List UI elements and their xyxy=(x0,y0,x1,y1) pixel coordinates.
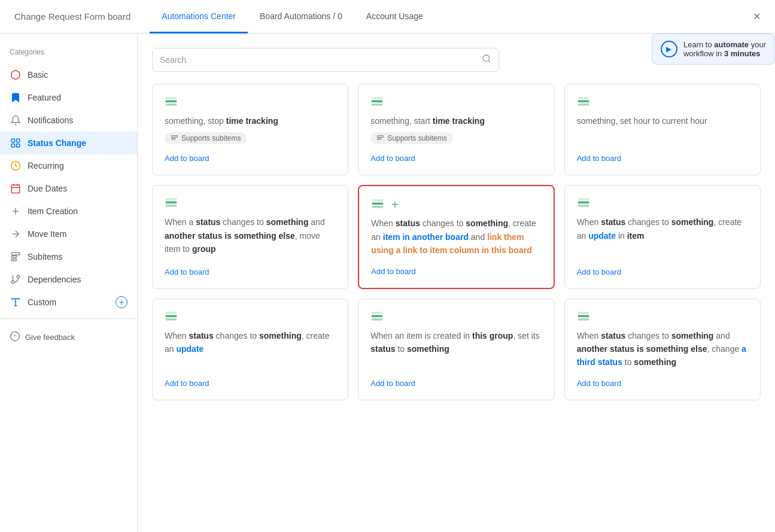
give-feedback[interactable]: Give feedback xyxy=(0,324,137,351)
svg-rect-42 xyxy=(372,206,383,208)
svg-rect-40 xyxy=(166,198,177,200)
sidebar-item-recurring[interactable]: Recurring xyxy=(0,154,137,177)
give-feedback-label: Give feedback xyxy=(25,333,75,342)
add-to-board-card-1[interactable]: Add to board xyxy=(165,149,336,163)
card-6-text: When status changes to something, create… xyxy=(577,215,748,242)
svg-rect-29 xyxy=(172,138,175,139)
card-icon-row-6 xyxy=(577,197,748,211)
banner-text: Learn to automate yourworkflow in 3 minu… xyxy=(683,40,766,58)
green-status-icon-8 xyxy=(370,311,384,324)
sidebar-item-featured[interactable]: Featured xyxy=(0,86,137,109)
add-to-board-card-8[interactable]: Add to board xyxy=(370,374,542,388)
tab-automations-center[interactable]: Automations Center xyxy=(150,0,248,34)
svg-rect-3 xyxy=(17,144,20,147)
sidebar-item-label-status-change: Status Change xyxy=(28,138,86,148)
card-move-item-group: When a status changes to something and a… xyxy=(152,185,348,288)
subitems-icon xyxy=(10,251,22,263)
svg-line-24 xyxy=(488,60,490,62)
tab-board-automations[interactable]: Board Automations / 0 xyxy=(248,0,354,34)
card-create-update: When status changes to something, create… xyxy=(152,299,348,400)
svg-rect-45 xyxy=(578,205,588,207)
card-change-third-status: When status changes to something and ano… xyxy=(564,299,761,400)
cards-grid: something, stop time tracking Supports s… xyxy=(152,84,761,400)
green-status-icon-9 xyxy=(577,311,590,324)
svg-rect-39 xyxy=(166,205,177,207)
sidebar-item-dependencies[interactable]: Dependencies xyxy=(0,268,137,291)
svg-rect-44 xyxy=(578,202,588,204)
svg-rect-33 xyxy=(378,136,384,138)
add-to-board-card-3[interactable]: Add to board xyxy=(577,149,748,163)
green-status-icon-4 xyxy=(165,197,178,211)
green-status-icon xyxy=(165,96,178,110)
card-7-text: When status changes to something, create… xyxy=(165,329,336,356)
sidebar-item-basic[interactable]: Basic xyxy=(0,63,137,86)
card-item-created-group: When an item is created in this group, s… xyxy=(358,299,554,400)
svg-rect-38 xyxy=(166,202,177,204)
green-status-icon-3 xyxy=(577,96,590,110)
svg-rect-36 xyxy=(578,104,588,106)
tab-account-usage[interactable]: Account Usage xyxy=(354,0,435,34)
svg-rect-25 xyxy=(166,100,177,102)
search-icon xyxy=(482,54,491,66)
svg-rect-49 xyxy=(166,311,177,314)
svg-rect-31 xyxy=(372,104,382,106)
card-2-text: something, start time tracking xyxy=(370,114,542,127)
svg-point-16 xyxy=(17,275,20,278)
svg-point-23 xyxy=(483,55,490,62)
svg-rect-46 xyxy=(578,198,588,200)
sidebar-item-item-creation[interactable]: Item Creation xyxy=(0,200,137,223)
add-to-board-card-4[interactable]: Add to board xyxy=(165,263,336,276)
add-to-board-card-5[interactable]: Add to board xyxy=(371,262,541,276)
svg-rect-26 xyxy=(166,104,177,106)
close-button[interactable]: × xyxy=(753,10,761,23)
card-icon-row-7 xyxy=(165,311,336,324)
status-icon xyxy=(10,137,22,149)
supports-subitems-badge-2: Supports subitems xyxy=(370,132,452,144)
add-custom-icon[interactable]: + xyxy=(116,296,127,308)
sidebar-item-move-item[interactable]: Move Item xyxy=(0,223,137,245)
header-tabs: Automations Center Board Automations / 0… xyxy=(150,0,753,33)
sidebar-item-status-change[interactable]: Status Change xyxy=(0,132,137,154)
card-start-time-tracking: something, start time tracking Supports … xyxy=(358,84,554,175)
sidebar-item-label-subitems: Subitems xyxy=(28,252,62,262)
sidebar-item-custom[interactable]: Custom + xyxy=(0,291,137,314)
svg-rect-12 xyxy=(11,253,20,255)
cube-icon xyxy=(10,69,22,81)
sidebar-item-label-due-dates: Due Dates xyxy=(28,184,67,193)
plus-icon-card5: + xyxy=(391,198,399,212)
add-to-board-card-7[interactable]: Add to board xyxy=(165,374,336,388)
add-to-board-card-9[interactable]: Add to board xyxy=(577,374,748,388)
card-set-hour: something, set hour to current hour Add … xyxy=(564,84,761,175)
svg-rect-51 xyxy=(372,318,382,320)
add-to-board-card-2[interactable]: Add to board xyxy=(370,149,542,163)
play-icon: ▶ xyxy=(661,41,677,57)
svg-point-17 xyxy=(11,281,14,284)
sidebar-item-due-dates[interactable]: Due Dates xyxy=(0,177,137,200)
learn-banner[interactable]: ▶ Learn to automate yourworkflow in 3 mi… xyxy=(652,34,775,65)
svg-rect-54 xyxy=(578,318,588,320)
search-bar[interactable] xyxy=(152,48,499,72)
card-icon-row-9 xyxy=(577,311,748,324)
svg-rect-53 xyxy=(578,315,588,317)
svg-rect-2 xyxy=(11,144,14,147)
svg-rect-47 xyxy=(166,315,177,317)
svg-rect-28 xyxy=(172,136,178,138)
svg-rect-34 xyxy=(378,138,381,139)
svg-rect-27 xyxy=(166,97,177,99)
categories-label: Categories xyxy=(0,43,137,63)
card-icon-row-5: + xyxy=(371,198,541,212)
card-stop-time-tracking: something, stop time tracking Supports s… xyxy=(152,84,348,175)
search-input[interactable] xyxy=(160,55,482,65)
card-create-item-another-board: + When status changes to something, crea… xyxy=(358,185,554,288)
sidebar-item-notifications[interactable]: Notifications xyxy=(0,109,137,132)
add-to-board-card-6[interactable]: Add to board xyxy=(577,263,748,276)
green-status-icon-7 xyxy=(165,311,178,324)
sidebar-item-label-item-creation: Item Creation xyxy=(28,206,78,216)
sidebar-item-subitems[interactable]: Subitems xyxy=(0,245,137,268)
card-3-text: something, set hour to current hour xyxy=(577,114,748,127)
svg-rect-52 xyxy=(372,311,382,314)
svg-rect-37 xyxy=(578,97,588,99)
card-icon-row-8 xyxy=(370,311,542,324)
card-1-text: something, stop time tracking xyxy=(165,114,336,127)
sidebar-item-label-move-item: Move Item xyxy=(28,229,66,239)
